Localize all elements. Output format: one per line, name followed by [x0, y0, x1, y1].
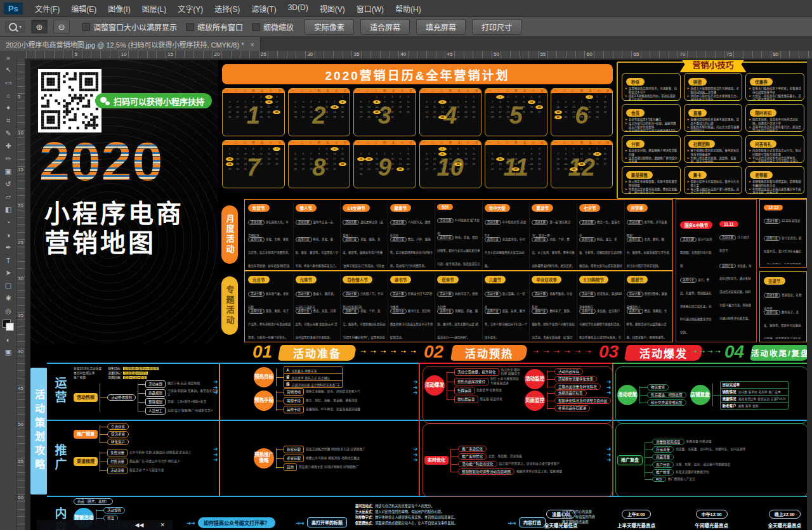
mindmap-leaf-text: 短信·公众号模板消息·专属客服话术	[490, 377, 522, 385]
document-tab[interactable]: 2020小程序电商营销地图.jpg @ 12.5% (扫码可以获得小程序扶持, …	[0, 37, 261, 51]
weekday-label: 二	[235, 142, 237, 145]
weekday-label: 二	[366, 142, 369, 145]
mindmap-leaf-text: 社群促单·社群转化	[476, 389, 502, 392]
tool-preset[interactable]: ▾	[5, 21, 25, 33]
horizontal-ruler[interactable]: 5101520253035404550556065707580	[16, 51, 812, 59]
move-tool-icon[interactable]: ↖	[2, 65, 15, 75]
bullet-text: 生鲜日用品类目高频、高复购、低客单，最适合做团购	[690, 157, 739, 163]
zoom-in-button[interactable]: ⊕	[31, 20, 48, 34]
highlighted-day: 27	[512, 167, 520, 171]
pen-tool-icon[interactable]: ✒	[2, 242, 15, 253]
day-cell: 25	[431, 115, 438, 119]
day-cell: 2	[447, 147, 454, 151]
quick-select-tool-icon[interactable]: ✦	[2, 103, 15, 113]
day-cell: 7	[520, 152, 527, 156]
shape-tool-icon[interactable]: ▢	[2, 280, 15, 291]
weekday-label: 日	[410, 90, 412, 93]
month-calendar: 一二三四五六日812345678910111213141516171819202…	[288, 140, 351, 188]
day-cell	[307, 95, 315, 99]
collapse-chevron-icon[interactable]: »	[2, 52, 15, 63]
menu-item[interactable]: 图像(I)	[102, 1, 136, 16]
menu-item[interactable]: 文件(F)	[29, 1, 65, 16]
close-overlay-icon[interactable]: ✕	[160, 522, 165, 528]
day-cell: 15	[438, 157, 446, 161]
menu-item[interactable]: 滤镜(T)	[246, 1, 282, 16]
tip-bullet: ➤搭配秒杀限时限量，可以大大提升直播间停留时长	[687, 126, 740, 132]
option-button[interactable]: 实际像素	[304, 19, 354, 35]
background-color-swatch[interactable]	[6, 323, 14, 331]
menu-item[interactable]: 帮助(H)	[390, 1, 427, 16]
gradient-tool-icon[interactable]: ◧	[2, 204, 15, 215]
day-cell: 18	[307, 110, 315, 114]
highlighted-day: 25	[554, 115, 562, 119]
day-cell: 19	[562, 110, 570, 114]
day-cell: 24	[299, 115, 307, 119]
day-cell: 26	[381, 167, 388, 171]
day-cell: 28	[307, 167, 315, 171]
clone-stamp-tool-icon[interactable]: ▣	[2, 166, 15, 177]
path-select-tool-icon[interactable]: ➤	[2, 268, 15, 278]
checkbox[interactable]	[252, 23, 260, 31]
rewind-icon[interactable]: ◀◀	[135, 522, 144, 528]
option-button[interactable]: 打印尺寸	[472, 19, 521, 35]
bullet-icon: ➤	[749, 118, 751, 126]
close-tab-icon[interactable]: ×	[250, 41, 254, 48]
eyedropper-tool-icon[interactable]: ✎	[2, 128, 15, 139]
blur-tool-icon[interactable]: ◔	[2, 217, 15, 228]
crop-tool-icon[interactable]: ⌗	[2, 115, 15, 126]
quick-mask-icon[interactable]: ◐	[2, 334, 15, 345]
zoom-out-button[interactable]: ⊖	[53, 20, 70, 34]
goal-key: 消费回报：	[108, 376, 123, 379]
canvas-area[interactable]: 扫码可以获得小程序扶持 2020 小程序电商 营销地图 2020营销日历&全年营…	[25, 58, 812, 530]
lasso-tool-icon[interactable]: ○	[2, 90, 15, 101]
brush-tool-icon[interactable]: ✏	[2, 153, 15, 164]
menu-item[interactable]: 视图(V)	[314, 1, 351, 16]
industry-text: 空调、个护、食品、水上玩具、家电等，夏季可推出防暑降温好物专场，清凉度夏，折扣满…	[532, 238, 575, 269]
mindmap-root: 活动收尾	[617, 385, 638, 405]
tip-card: 会员➤会员等级设置3-5级为最佳➤设立有吸引力的积分+权益，鼓励消费成长升级并持…	[622, 104, 681, 132]
branch: 推广渠道优化	[454, 446, 562, 452]
weekday-label: 六	[532, 142, 535, 145]
vertical-ruler[interactable]: 51015202530354045505560	[16, 58, 25, 530]
dodge-tool-icon[interactable]: ◑	[2, 229, 15, 240]
day-cell: 29	[586, 115, 593, 119]
day-cell: 10	[242, 152, 249, 156]
day-cell: 29	[562, 167, 570, 171]
menu-item[interactable]: 3D(D)	[282, 1, 314, 16]
mindmap-root: 预热推广策略	[254, 448, 274, 469]
menu-item[interactable]: 文字(Y)	[172, 1, 209, 16]
option-button[interactable]: 适合屏幕	[360, 19, 410, 35]
checkbox[interactable]	[82, 23, 90, 31]
zoom-tool-icon[interactable]: ◎	[2, 306, 15, 316]
burst-left: 活动爆发活动全面放量，提升转化热点秒杀·限时包邮·直播带货预售商品尾款催付短信·…	[424, 368, 522, 422]
tip-bullet: ➤设立有吸引力的积分+权益，鼓励消费成长升级并持续复购	[625, 122, 678, 129]
option-button[interactable]: 填充屏幕	[416, 19, 466, 35]
checkbox[interactable]	[186, 23, 194, 31]
tip-bullet: ➤搭配3-5款爆款商品特价，带动店铺更多人气商品	[625, 94, 678, 101]
day-cell: 29	[339, 115, 346, 119]
highlighted-day: 25	[339, 162, 346, 166]
hand-tool-icon[interactable]: ✱	[2, 293, 15, 304]
menu-item[interactable]: 选择(S)	[209, 1, 246, 16]
healing-brush-tool-icon[interactable]: ✚	[2, 141, 15, 152]
menu-item[interactable]: 窗口(W)	[351, 1, 390, 16]
history-brush-tool-icon[interactable]: ↺	[2, 179, 15, 190]
weekday-label: 四	[449, 90, 452, 93]
poster-title-line2: 营销地图	[44, 230, 156, 255]
screen-mode-icon[interactable]: ▣	[2, 347, 15, 358]
eraser-tool-icon[interactable]: ▱	[2, 191, 15, 202]
day-cell: 25	[307, 115, 315, 119]
type-tool-icon[interactable]: T	[2, 255, 15, 266]
goal-line: 销售目标：总销售额+客单价+转化率	[108, 366, 159, 371]
marquee-tool-icon[interactable]: ▭	[2, 77, 15, 88]
day-cell: 30	[257, 115, 265, 119]
menu-item[interactable]: 图层(L)	[136, 1, 173, 16]
weekday-label: 日	[606, 90, 609, 93]
industry-text: 美妆、生鲜、家居百货等，结合年前用户消费需求，推出年货促销：如年夜饭/囤货/送礼…	[248, 238, 291, 269]
activity-card: 感恩节活动主题感恩回馈季，谢谢最懂我的人适用行业食品、保健品、生鲜等，感恩活动可…	[625, 273, 672, 340]
branch: 新客获取裂变活动配合传播·拼团秒杀引流·分销商推广	[280, 446, 365, 453]
day-cell: 4	[431, 100, 438, 104]
industry-text: 美妆、个护、珠宝、服饰等，可借势做回礼场景如“回馈3.14最好的TA”，设置多款…	[343, 309, 386, 340]
mindmap-box: 常规手段	[284, 397, 304, 404]
menu-item[interactable]: 编辑(E)	[65, 1, 102, 16]
